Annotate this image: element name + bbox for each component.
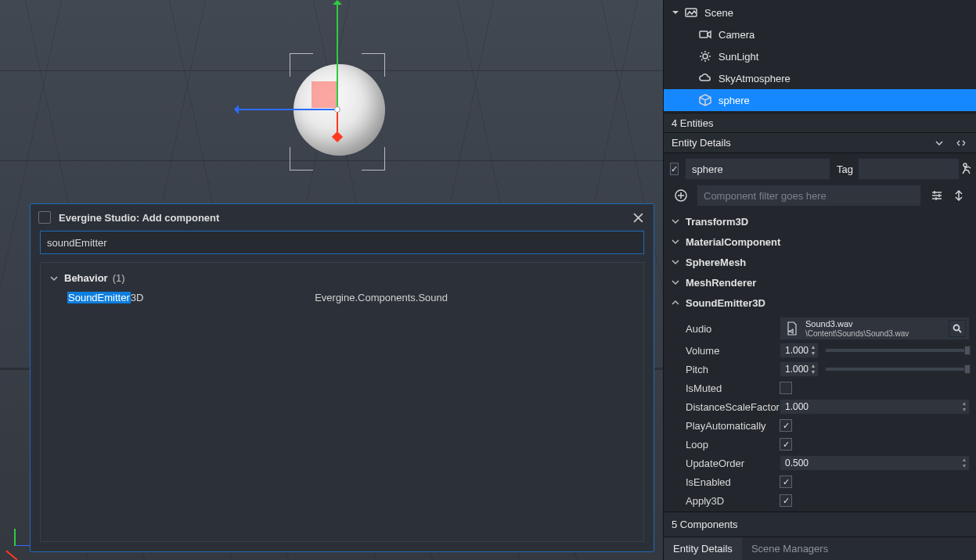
prop-label: Loop	[686, 439, 780, 451]
browse-asset-button[interactable]	[949, 320, 966, 337]
scene-hierarchy: Scene Camera SunLight SkyAtmosphere sphe…	[664, 0, 976, 113]
chevron-down-icon[interactable]	[932, 136, 946, 150]
entity-details-body: Tag Transform3D MaterialComponent Sphere…	[664, 153, 976, 512]
result-item[interactable]: SoundEmitter3D Evergine.Components.Sound	[49, 287, 636, 308]
settings-icon[interactable]	[926, 185, 948, 206]
hierarchy-label: Camera	[718, 29, 755, 41]
component-header-soundemitter[interactable]: SoundEmitter3D	[670, 293, 970, 313]
svg-point-3	[963, 163, 967, 167]
expand-icon[interactable]	[954, 136, 968, 150]
dialog-title: Evergine Studio: Add component	[59, 212, 219, 224]
grid-line	[0, 160, 663, 161]
gizmo-y-axis[interactable]	[337, 3, 338, 108]
component-header-meshrenderer[interactable]: MeshRenderer	[670, 272, 970, 293]
audio-filename: Sound3.wav	[805, 319, 909, 328]
details-bottom-bar: 5 Components Entity Details Scene Manage…	[664, 512, 976, 560]
isenabled-checkbox[interactable]	[780, 476, 792, 488]
results-list[interactable]: Behavior (1) SoundEmitter3D Evergine.Com…	[40, 262, 644, 542]
tag-input[interactable]	[858, 158, 960, 180]
hierarchy-label: Scene	[704, 7, 733, 19]
prop-label: IsEnabled	[686, 476, 780, 488]
distancescale-input[interactable]: 1.000▲▼	[780, 399, 970, 415]
prop-label: DistanceScaleFactor	[686, 401, 780, 413]
cloud-icon	[698, 71, 712, 85]
right-panel: Scene Camera SunLight SkyAtmosphere sphe…	[663, 0, 976, 560]
scene-icon	[684, 5, 698, 20]
run-icon[interactable]	[960, 158, 974, 180]
chevron-down-icon	[670, 216, 681, 227]
group-count: (1)	[113, 272, 125, 284]
component-header-material[interactable]: MaterialComponent	[670, 232, 970, 252]
add-component-button[interactable]	[670, 185, 692, 206]
cube-icon	[698, 93, 712, 107]
hierarchy-item-sunlight[interactable]: SunLight	[664, 45, 976, 67]
gizmo-origin[interactable]	[334, 106, 340, 113]
component-count: 5 Components	[664, 512, 976, 537]
collapse-all-icon[interactable]	[948, 185, 970, 206]
apply3d-checkbox[interactable]	[780, 494, 792, 507]
panel-title: Entity Details	[672, 137, 731, 149]
svg-rect-1	[700, 31, 708, 38]
close-button[interactable]	[630, 210, 646, 225]
volume-slider[interactable]	[825, 348, 970, 353]
chevron-down-icon	[670, 277, 681, 288]
hierarchy-item-sky[interactable]: SkyAtmosphere	[664, 67, 976, 89]
camera-icon	[698, 27, 712, 41]
hierarchy-label: SunLight	[718, 51, 758, 63]
gizmo-z-axis[interactable]	[337, 109, 338, 138]
sun-icon	[698, 49, 712, 63]
updateorder-input[interactable]: 0.500▲▼	[780, 455, 970, 471]
volume-input[interactable]: 1.000▲▼	[780, 343, 819, 358]
axis-orientation-gizmo	[0, 529, 31, 560]
result-group-header[interactable]: Behavior (1)	[49, 269, 636, 287]
hierarchy-item-scene[interactable]: Scene	[664, 2, 976, 23]
component-header-spheremesh[interactable]: SphereMesh	[670, 252, 970, 272]
prop-label: UpdateOrder	[686, 458, 780, 469]
prop-label: Pitch	[686, 364, 780, 375]
soundemitter-properties: Audio Sound3.wav \Content\Sounds\Sound3.…	[670, 316, 970, 510]
svg-point-2	[703, 54, 708, 59]
caret-down-icon[interactable]	[670, 9, 681, 16]
hierarchy-item-camera[interactable]: Camera	[664, 23, 976, 45]
pitch-slider[interactable]	[825, 367, 970, 372]
hierarchy-label: sphere	[718, 95, 750, 106]
prop-label: Apply3D	[686, 495, 780, 507]
tab-entity-details[interactable]: Entity Details	[664, 537, 742, 560]
entity-name-input[interactable]	[685, 158, 830, 180]
chevron-down-icon	[49, 273, 59, 284]
3d-viewport[interactable]: Evergine Studio: Add component Behavior …	[0, 0, 663, 560]
playauto-checkbox[interactable]	[780, 419, 792, 432]
gizmo-x-axis[interactable]	[237, 109, 337, 110]
audio-asset-field[interactable]: Sound3.wav \Content\Sounds\Sound3.wav	[780, 317, 970, 340]
add-component-dialog: Evergine Studio: Add component Behavior …	[30, 203, 654, 552]
svg-point-5	[954, 325, 960, 331]
component-filter-input[interactable]	[697, 185, 921, 206]
selection-bracket	[290, 147, 313, 171]
chevron-down-icon	[670, 257, 681, 267]
selection-bracket	[362, 147, 385, 171]
entity-enabled-checkbox[interactable]	[670, 163, 679, 175]
entities-count: 4 Entities	[672, 117, 713, 129]
component-header-transform[interactable]: Transform3D	[670, 211, 970, 232]
result-name: SoundEmitter3D	[67, 292, 143, 303]
prop-label: PlayAutomatically	[686, 420, 780, 432]
dialog-titlebar[interactable]: Evergine Studio: Add component	[31, 204, 654, 231]
entities-count-bar: 4 Entities	[664, 113, 976, 133]
hierarchy-item-sphere[interactable]: sphere	[664, 89, 976, 111]
component-search-input[interactable]	[40, 231, 644, 254]
entity-details-header: Entity Details	[664, 133, 976, 153]
result-namespace: Evergine.Components.Sound	[315, 292, 448, 303]
pitch-input[interactable]: 1.000▲▼	[780, 361, 819, 377]
prop-label: Audio	[686, 323, 780, 335]
ismuted-checkbox[interactable]	[780, 382, 792, 394]
gizmo-xy-plane[interactable]	[312, 81, 338, 108]
selection-bracket	[290, 53, 313, 77]
app-logo-icon	[38, 211, 51, 224]
loop-checkbox[interactable]	[780, 438, 792, 451]
audio-path: \Content\Sounds\Sound3.wav	[805, 329, 909, 338]
tab-scene-managers[interactable]: Scene Managers	[742, 537, 837, 560]
group-name: Behavior	[64, 272, 108, 284]
tag-label: Tag	[837, 163, 853, 175]
hierarchy-label: SkyAtmosphere	[718, 73, 791, 84]
chevron-up-icon	[670, 297, 681, 308]
